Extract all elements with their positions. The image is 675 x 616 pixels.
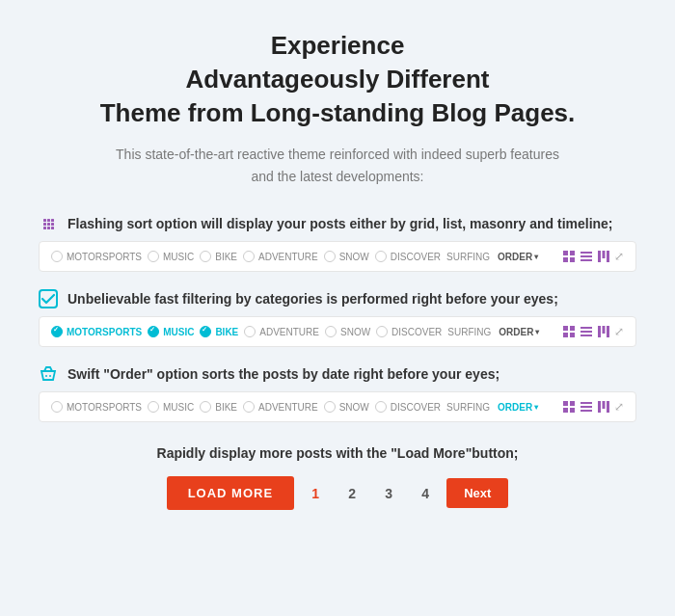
- svg-rect-25: [563, 408, 568, 413]
- expand-icon-3[interactable]: ⤢: [614, 400, 624, 414]
- svg-rect-5: [580, 255, 592, 257]
- load-more-label: Rapidly display more posts with the "Loa…: [39, 445, 636, 461]
- view-icons-3: ⤢: [562, 400, 624, 414]
- order-btn-2[interactable]: ORDER ▾: [499, 327, 539, 337]
- svg-rect-8: [603, 251, 606, 258]
- svg-rect-31: [603, 401, 606, 409]
- filter-discover-2[interactable]: DISCOVER: [376, 326, 442, 337]
- filter-music-1[interactable]: MUSIC: [148, 251, 194, 262]
- masonry-view-icon-3[interactable]: [597, 400, 610, 414]
- filter-bar-3: MOTORSPORTS MUSIC BIKE ADVENTURE SNOW DI…: [39, 391, 636, 422]
- page-container: Experience Advantageously Different Them…: [0, 0, 675, 539]
- filter-music-3[interactable]: MUSIC: [148, 401, 194, 413]
- svg-rect-0: [563, 251, 568, 255]
- check-cyan-icon: [39, 289, 58, 308]
- filter-bike-2[interactable]: BIKE: [200, 326, 238, 337]
- svg-rect-20: [607, 326, 609, 337]
- filter-snow-2[interactable]: SNOW: [325, 326, 370, 337]
- svg-rect-26: [570, 408, 575, 413]
- feature-label-2: Unbelievable fast filtering by categorie…: [39, 289, 636, 308]
- filter-bar-2: MOTORSPORTS MUSIC BIKE ADVENTURE SNOW DI…: [39, 316, 636, 347]
- feature-label-1: Flashing sort option will display your p…: [39, 214, 636, 233]
- svg-rect-30: [598, 401, 601, 413]
- filter-bar-1: MOTORSPORTS MUSIC BIKE ADVENTURE SNOW DI…: [39, 241, 636, 272]
- basket-cyan-icon: [39, 364, 58, 384]
- grid-dots-icon: [39, 214, 58, 233]
- hero-section: Experience Advantageously Different Them…: [39, 29, 636, 187]
- svg-rect-27: [580, 402, 592, 404]
- filter-snow-1[interactable]: SNOW: [324, 251, 369, 262]
- filter-motorsports-1[interactable]: MOTORSPORTS: [51, 251, 142, 262]
- expand-icon-2[interactable]: ⤢: [614, 325, 624, 338]
- feature-block-1: Flashing sort option will display your p…: [39, 214, 636, 272]
- filter-adventure-1[interactable]: ADVENTURE: [243, 251, 318, 262]
- svg-rect-32: [607, 401, 609, 413]
- hero-subtitle: This state-of-the-art reactive theme rei…: [39, 144, 636, 187]
- svg-rect-6: [580, 259, 592, 261]
- hero-title: Experience Advantageously Different Them…: [39, 29, 636, 130]
- svg-rect-4: [580, 252, 592, 254]
- next-button[interactable]: Next: [446, 478, 508, 508]
- svg-rect-7: [598, 251, 601, 262]
- view-icons-2: ⤢: [562, 325, 624, 338]
- svg-rect-23: [563, 401, 568, 406]
- svg-rect-14: [570, 333, 575, 337]
- feature-block-2: Unbelievable fast filtering by categorie…: [39, 289, 636, 347]
- svg-rect-19: [603, 326, 606, 334]
- filter-adventure-2[interactable]: ADVENTURE: [244, 326, 319, 337]
- page-4-button[interactable]: 4: [410, 478, 441, 509]
- svg-rect-3: [570, 257, 575, 262]
- page-2-button[interactable]: 2: [337, 478, 367, 509]
- filter-bike-1[interactable]: BIKE: [200, 251, 237, 262]
- list-view-icon-1[interactable]: [580, 250, 593, 263]
- list-view-icon-3[interactable]: [580, 400, 593, 414]
- svg-point-22: [49, 375, 51, 377]
- page-3-button[interactable]: 3: [373, 478, 404, 509]
- filter-surfing-1[interactable]: SURFING: [446, 252, 490, 262]
- filter-motorsports-3[interactable]: MOTORSPORTS: [51, 401, 142, 413]
- grid-view-icon-2[interactable]: [562, 325, 576, 338]
- svg-rect-24: [570, 401, 575, 406]
- masonry-view-icon-1[interactable]: [597, 250, 610, 263]
- svg-rect-15: [580, 327, 592, 329]
- list-view-icon-2[interactable]: [580, 325, 593, 338]
- grid-view-icon-1[interactable]: [562, 250, 576, 263]
- masonry-view-icon-2[interactable]: [597, 325, 610, 338]
- svg-rect-16: [580, 331, 592, 333]
- filter-snow-3[interactable]: SNOW: [324, 401, 369, 413]
- order-btn-1[interactable]: ORDER ▾: [498, 252, 538, 262]
- svg-rect-13: [563, 333, 568, 337]
- filter-discover-1[interactable]: DISCOVER: [375, 251, 441, 262]
- load-more-button[interactable]: LOAD MORE: [167, 476, 294, 510]
- load-more-section: Rapidly display more posts with the "Loa…: [39, 445, 636, 510]
- svg-rect-2: [563, 257, 568, 262]
- svg-rect-12: [570, 326, 575, 331]
- svg-rect-9: [607, 251, 609, 262]
- svg-rect-17: [580, 335, 592, 336]
- load-more-controls: LOAD MORE 1 2 3 4 Next: [39, 476, 636, 510]
- filter-motorsports-2[interactable]: MOTORSPORTS: [51, 326, 142, 337]
- svg-rect-29: [580, 410, 592, 412]
- view-icons-1: ⤢: [562, 250, 624, 263]
- filter-music-2[interactable]: MUSIC: [148, 326, 194, 337]
- svg-rect-1: [570, 251, 575, 255]
- svg-rect-18: [598, 326, 601, 337]
- feature-label-3: Swift "Order" option sorts the posts by …: [39, 364, 636, 384]
- page-1-button[interactable]: 1: [300, 478, 331, 509]
- filter-surfing-2[interactable]: SURFING: [447, 327, 491, 337]
- filter-adventure-3[interactable]: ADVENTURE: [243, 401, 318, 413]
- grid-view-icon-3[interactable]: [562, 400, 576, 414]
- expand-icon-1[interactable]: ⤢: [614, 250, 624, 263]
- feature-block-3: Swift "Order" option sorts the posts by …: [39, 364, 636, 422]
- filter-bike-3[interactable]: BIKE: [200, 401, 237, 413]
- svg-point-21: [45, 375, 47, 377]
- order-btn-3[interactable]: ORDER ▾: [498, 402, 538, 413]
- filter-discover-3[interactable]: DISCOVER: [375, 401, 441, 413]
- svg-rect-28: [580, 406, 592, 408]
- svg-rect-11: [563, 326, 568, 331]
- filter-surfing-3[interactable]: SURFING: [446, 402, 490, 413]
